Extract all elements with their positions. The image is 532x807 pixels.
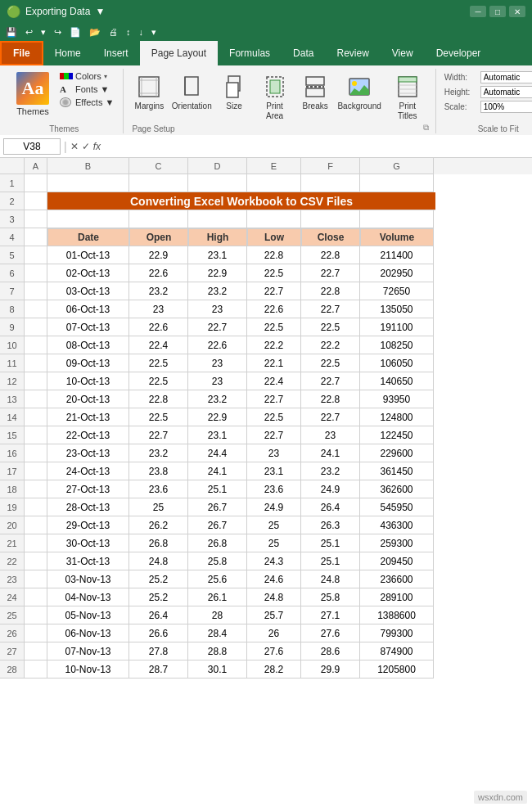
cell-high-12[interactable]: 23 (188, 372, 247, 390)
tab-developer[interactable]: Developer (425, 41, 493, 65)
cell-open-12[interactable]: 22.5 (129, 372, 188, 390)
tab-view[interactable]: View (381, 41, 425, 65)
cell-date-6[interactable]: 02-Oct-13 (47, 264, 129, 282)
cell-a15[interactable] (25, 426, 47, 444)
cell-date-7[interactable]: 03-Oct-13 (47, 282, 129, 300)
cell-low-19[interactable]: 24.9 (247, 498, 301, 516)
tab-file[interactable]: File (0, 41, 43, 65)
cell-volume-9[interactable]: 191100 (360, 318, 434, 336)
cell-open-15[interactable]: 22.7 (129, 426, 188, 444)
cell-low-16[interactable]: 23 (247, 444, 301, 462)
cell-a14[interactable] (25, 408, 47, 426)
cell-close-7[interactable]: 22.8 (301, 282, 360, 300)
cell-high-15[interactable]: 23.1 (188, 426, 247, 444)
cell-volume-11[interactable]: 106050 (360, 354, 434, 372)
cell-e3[interactable] (247, 210, 301, 228)
cell-b1[interactable] (47, 174, 129, 192)
col-header-g[interactable]: G (360, 158, 434, 174)
cell-high-11[interactable]: 23 (188, 354, 247, 372)
cell-date-16[interactable]: 23-Oct-13 (47, 444, 129, 462)
cell-low-12[interactable]: 22.4 (247, 372, 301, 390)
cell-high-7[interactable]: 23.2 (188, 282, 247, 300)
header-date[interactable]: Date (47, 228, 129, 246)
cell-low-28[interactable]: 28.2 (247, 660, 301, 679)
width-input[interactable] (480, 71, 532, 83)
cell-close-15[interactable]: 23 (301, 426, 360, 444)
breaks-button[interactable]: Breaks (298, 70, 332, 113)
cell-volume-10[interactable]: 108250 (360, 336, 434, 354)
redo-quick-btn[interactable]: ↪ (52, 26, 64, 38)
window-controls[interactable]: ─ □ ✕ (470, 6, 525, 17)
cell-c3[interactable] (129, 210, 188, 228)
cell-open-23[interactable]: 25.2 (129, 570, 188, 588)
cell-high-8[interactable]: 23 (188, 300, 247, 318)
cell-low-22[interactable]: 24.3 (247, 552, 301, 570)
cell-close-27[interactable]: 28.6 (301, 642, 360, 660)
cell-a6[interactable] (25, 264, 47, 282)
cell-open-28[interactable]: 28.7 (129, 660, 188, 679)
cell-close-16[interactable]: 24.1 (301, 444, 360, 462)
cell-e1[interactable] (247, 174, 301, 192)
cell-open-8[interactable]: 23 (129, 300, 188, 318)
cell-volume-27[interactable]: 874900 (360, 642, 434, 660)
cell-low-15[interactable]: 22.7 (247, 426, 301, 444)
cell-a19[interactable] (25, 498, 47, 516)
cell-open-24[interactable]: 25.2 (129, 588, 188, 606)
cell-open-10[interactable]: 22.4 (129, 336, 188, 354)
print-quick-btn[interactable]: 🖨 (106, 26, 120, 38)
cell-date-13[interactable]: 20-Oct-13 (47, 390, 129, 408)
close-btn[interactable]: ✕ (509, 6, 525, 17)
cell-date-21[interactable]: 30-Oct-13 (47, 534, 129, 552)
cell-close-10[interactable]: 22.2 (301, 336, 360, 354)
cell-low-25[interactable]: 25.7 (247, 606, 301, 624)
header-close[interactable]: Close (301, 228, 360, 246)
more-quick-btn[interactable]: ▾ (149, 26, 159, 38)
cell-close-21[interactable]: 25.1 (301, 534, 360, 552)
cell-volume-12[interactable]: 140650 (360, 372, 434, 390)
cell-a9[interactable] (25, 318, 47, 336)
cell-close-20[interactable]: 26.3 (301, 516, 360, 534)
cell-a13[interactable] (25, 390, 47, 408)
cell-volume-20[interactable]: 436300 (360, 516, 434, 534)
cell-high-23[interactable]: 25.6 (188, 570, 247, 588)
page-setup-dialog-launcher[interactable]: ⧉ (423, 123, 429, 133)
cell-g3[interactable] (360, 210, 434, 228)
col-header-d[interactable]: D (188, 158, 247, 174)
cell-open-17[interactable]: 23.8 (129, 462, 188, 480)
cell-open-22[interactable]: 24.8 (129, 552, 188, 570)
cell-high-21[interactable]: 26.8 (188, 534, 247, 552)
cell-low-24[interactable]: 24.8 (247, 588, 301, 606)
cell-high-19[interactable]: 26.7 (188, 498, 247, 516)
cell-d1[interactable] (188, 174, 247, 192)
cell-a1[interactable] (25, 174, 47, 192)
cell-open-16[interactable]: 23.2 (129, 444, 188, 462)
tab-page-layout[interactable]: Page Layout (140, 41, 218, 65)
cell-low-26[interactable]: 26 (247, 624, 301, 642)
cell-a28[interactable] (25, 660, 47, 679)
cell-close-22[interactable]: 25.1 (301, 552, 360, 570)
cell-a26[interactable] (25, 624, 47, 642)
new-quick-btn[interactable]: 📄 (67, 26, 83, 38)
col-header-f[interactable]: F (301, 158, 360, 174)
cell-volume-13[interactable]: 93950 (360, 390, 434, 408)
cell-a25[interactable] (25, 606, 47, 624)
cell-g1[interactable] (360, 174, 434, 192)
print-area-button[interactable]: Print Area (255, 70, 295, 123)
colors-button[interactable]: Colors ▾ (57, 70, 116, 82)
minimize-btn[interactable]: ─ (470, 6, 486, 17)
col-header-a[interactable]: A (25, 158, 47, 174)
cell-volume-7[interactable]: 72650 (360, 282, 434, 300)
cell-a24[interactable] (25, 588, 47, 606)
cell-date-12[interactable]: 10-Oct-13 (47, 372, 129, 390)
col-header-b[interactable]: B (47, 158, 129, 174)
cell-open-26[interactable]: 26.6 (129, 624, 188, 642)
cell-low-10[interactable]: 22.2 (247, 336, 301, 354)
cell-b3[interactable] (47, 210, 129, 228)
background-button[interactable]: Background (336, 70, 383, 113)
cell-low-20[interactable]: 25 (247, 516, 301, 534)
cell-close-19[interactable]: 26.4 (301, 498, 360, 516)
cell-open-6[interactable]: 22.6 (129, 264, 188, 282)
cell-volume-8[interactable]: 135050 (360, 300, 434, 318)
cell-close-11[interactable]: 22.5 (301, 354, 360, 372)
cell-open-21[interactable]: 26.8 (129, 534, 188, 552)
